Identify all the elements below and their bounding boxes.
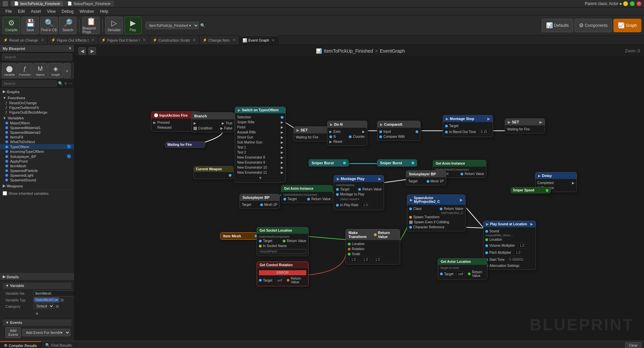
node-maketransform[interactable]: Make Transform Return Value Location Rot…: [345, 229, 400, 265]
show-inherited[interactable]: Show inherited variables: [0, 189, 74, 197]
var-light[interactable]: SpawnedLight: [0, 173, 74, 178]
node-branch[interactable]: Branch ▶ ▶ True Condition ▶ False: [191, 112, 235, 132]
mybp-collapse[interactable]: ✕: [68, 46, 71, 51]
var-typeofitem[interactable]: TypeOfItem🔵: [0, 144, 74, 149]
menu-window[interactable]: Window: [77, 8, 97, 14]
close-tab-fi[interactable]: ✕: [143, 38, 146, 42]
tab-figure-effects[interactable]: ⚡ Figure Out Effects | ✕: [48, 36, 98, 45]
menu-asset[interactable]: Asset: [28, 8, 44, 14]
maximize-button[interactable]: □: [630, 1, 635, 6]
node-montagestop[interactable]: ▶ Montage Stop ▶ Target In Blend Out Tim…: [443, 115, 493, 137]
tab-construction[interactable]: ⚡ Construction Script ✕: [149, 36, 199, 45]
mybp-search2-input[interactable]: [2, 80, 57, 86]
func-item-figuremerge[interactable]: ƒ FigureOutEffectsMerge: [0, 110, 74, 115]
var-applypoint[interactable]: ApplyPoint: [0, 159, 74, 164]
close-tab-fe[interactable]: ✕: [91, 38, 94, 42]
variable-tool[interactable]: ⬤ Variable: [2, 63, 17, 78]
var-particle[interactable]: SpawnedParticle: [0, 168, 74, 173]
details-header[interactable]: ▶ Details: [0, 273, 74, 281]
variable-section-header[interactable]: ▼ Variable: [3, 282, 71, 289]
nav-back[interactable]: ◀: [78, 47, 86, 55]
close-tab-eg[interactable]: ✕: [272, 38, 275, 43]
vartype-value[interactable]: StaticMeshCo▾: [34, 297, 59, 302]
category-select[interactable]: Default: [34, 303, 54, 309]
play-button[interactable]: ▶ Play: [124, 17, 142, 34]
clear-button[interactable]: Clear: [625, 342, 641, 348]
var-mat1[interactable]: SpawnedMaterial1: [0, 125, 74, 130]
graph-content[interactable]: ⬤ InputAction Fire ▶ Pressed ▶ Released …: [74, 57, 644, 341]
functions-header[interactable]: ▼ Functions: [0, 95, 74, 101]
menu-view[interactable]: View: [44, 8, 58, 14]
components-button[interactable]: ⚙ Components: [575, 19, 612, 32]
menu-file[interactable]: File: [3, 8, 14, 14]
find-results-tab[interactable]: 🔍 Find Results: [41, 341, 76, 348]
node-solusplayer1[interactable]: Solusplayer BP TargetMesh 1P: [406, 170, 446, 185]
var-solusplayer[interactable]: Solusplayer_BP🔵: [0, 154, 74, 159]
var-mass[interactable]: MassOfItem: [0, 121, 74, 125]
tab-itempickup[interactable]: 📄 ItemToPickUp_Finished•: [11, 1, 63, 6]
node-sniperburst1[interactable]: Sniper Burst: [309, 159, 349, 167]
mybp-search-input[interactable]: [2, 54, 72, 60]
var-mat2[interactable]: SpawnedMaterial2: [0, 130, 74, 135]
tab-event-graph[interactable]: 📊 Event Graph ✕: [239, 36, 279, 45]
var-itemmesh[interactable]: ItemMesh: [0, 164, 74, 168]
close-tab-cs[interactable]: ✕: [193, 38, 196, 42]
node-getcontrolrot[interactable]: Get Control Rotation ERROR TargetselfRet…: [257, 262, 309, 286]
save-button[interactable]: 💾 Save: [21, 17, 39, 34]
list-view-icon[interactable]: ≡: [64, 81, 67, 86]
graph-tool[interactable]: ◈ Graph: [48, 63, 63, 78]
close-button[interactable]: ✕: [637, 1, 641, 6]
compile-button[interactable]: ⚙ Compile: [3, 17, 20, 34]
node-currentweapon[interactable]: Current Weapon: [194, 166, 234, 179]
varname-input[interactable]: [34, 290, 74, 296]
node-switch[interactable]: ▶ Switch on TypesOfItem Selection Sniper…: [235, 107, 286, 183]
search-button[interactable]: 🔎 Search: [59, 17, 76, 34]
menu-help[interactable]: Help: [97, 8, 111, 14]
add-event-button[interactable]: Add Event: [5, 327, 21, 338]
weapons-header[interactable]: ▶ Weapons: [0, 183, 74, 189]
minimize-button[interactable]: ─: [623, 1, 628, 6]
nav-forward[interactable]: ▶: [89, 47, 96, 55]
node-getanim2[interactable]: Get Anim Instance SkeletalMeshComponent …: [281, 185, 333, 203]
node-waiting[interactable]: Waiting for Fire: [165, 141, 205, 148]
node-solusplayer2[interactable]: Solusplayer BP TargetMesh 1P: [239, 194, 280, 209]
defaults-button[interactable]: 📊 Defaults: [542, 19, 573, 32]
node-don[interactable]: ▶ Do N ▶Exec▶ NCounter ▶Reset: [327, 121, 367, 146]
var-itemsfit[interactable]: ItemsFit: [0, 135, 74, 139]
graph-button[interactable]: 📈 Graph: [613, 19, 641, 32]
close-tab-roc[interactable]: ✕: [41, 38, 44, 42]
node-compareit[interactable]: ▶ CompareIt Input Compare With: [377, 121, 421, 141]
simulate-button[interactable]: ▷ Simulate: [105, 17, 123, 34]
node-getsocket[interactable]: Get Socket Location StaticMeshComponent …: [257, 227, 309, 256]
compiler-results-tab[interactable]: ⚙ Compiler Results: [0, 341, 41, 348]
tab-change-item[interactable]: ⚡ Change Item ✕: [199, 36, 239, 45]
switch-expand[interactable]: ▼: [235, 175, 285, 181]
node-playsound[interactable]: ▶ Play Sound at Location ▶ Sound Assault…: [483, 221, 536, 270]
node-itemmesh[interactable]: Item Mesh: [220, 232, 260, 240]
debug-filter-select[interactable]: ItemToPickUp_Finished ▾: [146, 22, 199, 29]
macro-tool[interactable]: M Macro: [33, 63, 48, 78]
node-montageplay[interactable]: ▶ Montage Play ▶ AnimInstance TargetRetu…: [334, 175, 384, 210]
variables-header[interactable]: ▼ Variables: [0, 115, 74, 121]
var-whattodo[interactable]: WhatToDoNext: [0, 139, 74, 144]
node-getactorloc[interactable]: Get Actor Location Target is Actor Targe…: [438, 258, 487, 280]
events-section-header[interactable]: ▼ Events: [3, 319, 71, 326]
category-options-icon[interactable]: ⊞: [56, 304, 59, 309]
tab-reset-on-change[interactable]: ⚡ Reset on Change ✕: [0, 36, 48, 45]
node-sniperburst2[interactable]: Sniper Burst: [377, 159, 417, 167]
find-cb-button[interactable]: 🔍 Find in CB: [40, 17, 58, 34]
menu-debug[interactable]: Debug: [59, 8, 76, 14]
close-tab-ci[interactable]: ✕: [232, 38, 235, 42]
node-sniperspeed[interactable]: Sniper Speed: [511, 187, 551, 193]
debug-search-icon[interactable]: 🔍: [200, 23, 205, 28]
graphs-header[interactable]: ▶ Graphs: [0, 89, 74, 95]
add-event-dropdown[interactable]: Add Event For ItemM▾: [22, 329, 70, 336]
var-incoming[interactable]: IncomingTypeOfItem: [0, 149, 74, 154]
menu-edit[interactable]: Edit: [15, 8, 28, 14]
function-tool[interactable]: ƒ Function: [17, 63, 32, 78]
tab-figure-items[interactable]: ⚡ Figure Out if Items I ✕: [98, 36, 149, 45]
func-item-reset[interactable]: ƒ ResetOnChange: [0, 101, 74, 105]
options-icon[interactable]: ⋯: [68, 81, 72, 86]
node-set1[interactable]: ▶ SET ▶ Waiting for Fire: [505, 118, 545, 133]
bp-expand-btn[interactable]: »: [64, 63, 70, 78]
